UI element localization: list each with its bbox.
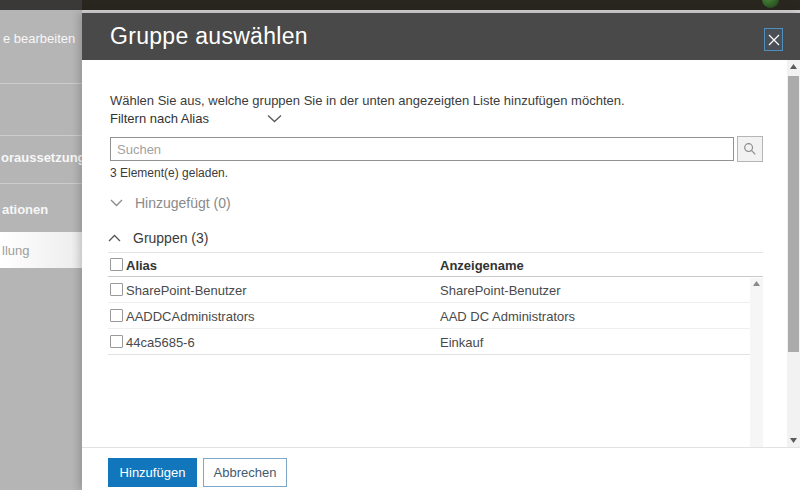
dialog-scrollbar[interactable]	[787, 60, 800, 447]
close-button[interactable]	[764, 28, 783, 51]
sidebar: e bearbeiten oraussetzungen ationen llun…	[0, 10, 82, 490]
sidebar-item-label: llung	[2, 243, 29, 258]
top-chrome-bar	[0, 0, 800, 10]
column-header-anzeigename: Anzeigename	[440, 257, 524, 272]
chevron-down-icon	[267, 114, 282, 123]
row-checkbox[interactable]	[110, 283, 123, 296]
close-icon	[768, 34, 780, 46]
sidebar-divider	[0, 83, 82, 84]
dialog-header: Gruppe auswählen	[82, 13, 800, 60]
hinzufuegen-button[interactable]: Hinzufügen	[108, 458, 197, 487]
section-added-label: Hinzugefügt (0)	[135, 195, 231, 211]
select-all-checkbox[interactable]	[110, 258, 123, 271]
cell-alias: SharePoint-Benutzer	[126, 282, 247, 297]
section-gruppen[interactable]: Gruppen (3)	[108, 230, 208, 246]
chevron-down-icon	[110, 199, 123, 207]
dialog-intro-text: Wählen Sie aus, welche gruppen Sie in de…	[110, 93, 625, 108]
sidebar-item-voraussetzungen: oraussetzungen	[1, 150, 82, 165]
column-header-alias: Alias	[126, 257, 157, 272]
sidebar-divider	[0, 183, 82, 184]
search-icon	[743, 142, 757, 156]
items-loaded-status: 3 Element(e) geladen.	[110, 166, 228, 180]
top-chrome-left-segment	[0, 0, 82, 10]
sidebar-item-ationen: ationen	[2, 202, 48, 217]
sidebar-item-selected: llung	[0, 232, 82, 268]
cell-alias: 44ca5685-6	[126, 334, 195, 349]
table-row[interactable]: AADDCAdministrators AAD DC Administrator…	[108, 303, 751, 329]
filter-label: Filtern nach Alias	[110, 111, 209, 126]
scroll-up-icon[interactable]	[790, 64, 797, 69]
section-hinzugefuegt[interactable]: Hinzugefügt (0)	[110, 195, 231, 211]
groups-table: Alias Anzeigename SharePoint-Benutzer Sh…	[108, 252, 763, 355]
row-checkbox[interactable]	[110, 309, 123, 322]
row-checkbox[interactable]	[110, 335, 123, 348]
table-row[interactable]: 44ca5685-6 Einkauf	[108, 329, 751, 355]
cell-display-name: AAD DC Administrators	[440, 308, 575, 323]
scroll-up-icon[interactable]	[753, 281, 760, 286]
table-header-row: Alias Anzeigename	[108, 252, 763, 277]
section-groups-label: Gruppen (3)	[133, 230, 208, 246]
scrollbar-thumb[interactable]	[788, 76, 799, 352]
table-scrollbar[interactable]	[750, 278, 763, 447]
sidebar-item-bearbeiten: e bearbeiten	[3, 31, 75, 46]
footer-divider	[82, 447, 800, 448]
table-row[interactable]: SharePoint-Benutzer SharePoint-Benutzer	[108, 277, 751, 303]
dialog-title: Gruppe auswählen	[110, 13, 308, 60]
cell-display-name: SharePoint-Benutzer	[440, 282, 561, 297]
sidebar-divider	[0, 135, 82, 136]
filter-dropdown[interactable]: Filtern nach Alias	[110, 109, 282, 127]
scroll-down-icon[interactable]	[790, 438, 797, 443]
search-input[interactable]	[110, 137, 734, 161]
abbrechen-button[interactable]: Abbrechen	[203, 458, 287, 487]
cell-display-name: Einkauf	[440, 334, 483, 349]
group-select-dialog: Gruppe auswählen Wählen Sie aus, welche …	[82, 13, 800, 490]
chevron-up-icon	[108, 234, 121, 242]
cell-alias: AADDCAdministrators	[126, 308, 255, 323]
search-button[interactable]	[737, 136, 763, 162]
